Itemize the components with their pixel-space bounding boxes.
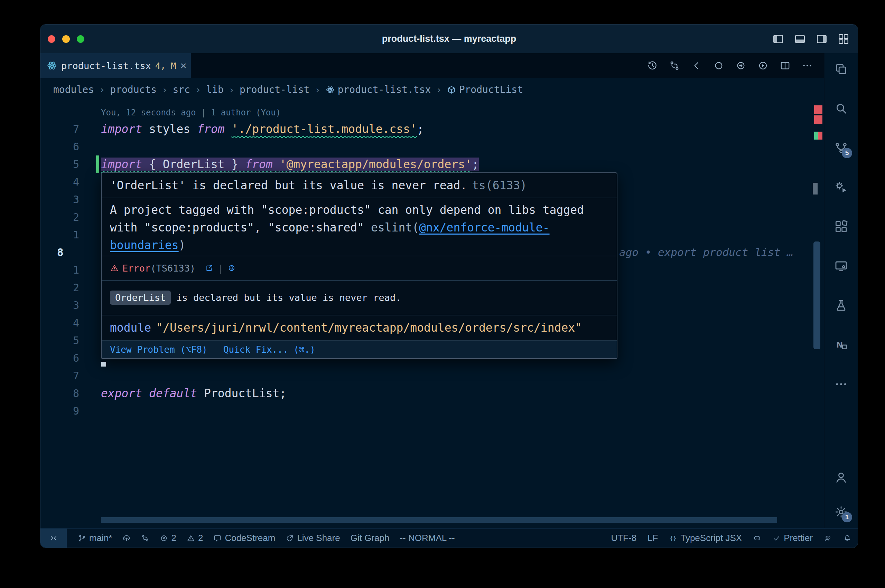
- status-codestream[interactable]: CodeStream: [213, 533, 275, 543]
- bell-icon: [843, 534, 852, 542]
- breadcrumb-item-product-list[interactable]: product-list: [240, 84, 310, 95]
- quick-fix-action[interactable]: Quick Fix... (⌘.): [223, 345, 315, 355]
- code-line[interactable]: 5import { OrderList } from '@myreactapp/…: [41, 156, 808, 173]
- more-actions-icon[interactable]: [802, 60, 813, 71]
- activity-source-control[interactable]: 5: [834, 140, 849, 156]
- status-right: UTF-8LF{}TypeScript JSXPrettier: [611, 529, 858, 548]
- tab-label: product-list.tsx: [61, 60, 151, 71]
- hover-actions-row: View Problem (⌥F8) Quick Fix... (⌘.): [102, 340, 617, 358]
- status-copilot[interactable]: [753, 534, 761, 542]
- status-remote-indicator[interactable]: [41, 529, 67, 548]
- breadcrumb-item-src[interactable]: src: [173, 84, 190, 95]
- activity-settings[interactable]: 1: [834, 504, 849, 520]
- status-notifications[interactable]: [843, 534, 852, 542]
- status-errors[interactable]: 2: [160, 533, 176, 543]
- symbol-cube-icon: [447, 86, 456, 94]
- circle-icon[interactable]: [713, 60, 724, 71]
- status-warnings[interactable]: 2: [187, 533, 203, 543]
- overview-error-mark: [814, 116, 822, 124]
- status-feedback[interactable]: [824, 534, 832, 542]
- tab-close-icon[interactable]: ×: [180, 60, 187, 71]
- external-link-icon[interactable]: [205, 264, 213, 272]
- activity-extensions[interactable]: [834, 219, 849, 234]
- code-line[interactable]: 9: [41, 402, 808, 420]
- breadcrumb-item-products[interactable]: products: [110, 84, 156, 95]
- code-line[interactable]: 7: [41, 367, 808, 384]
- layout-panel-left-icon[interactable]: [772, 33, 784, 45]
- line-number: 3: [41, 191, 82, 208]
- activity-search[interactable]: [834, 101, 849, 116]
- status-label: Prettier: [784, 533, 813, 543]
- activity-nx-console[interactable]: N: [834, 337, 849, 352]
- status-eol[interactable]: LF: [648, 533, 658, 543]
- status-left: main*22CodeStreamLive ShareGit Graph-- N…: [41, 529, 455, 548]
- module-path: "/Users/juri/nrwl/content/myreactapp/mod…: [156, 321, 582, 334]
- status-label: Git Graph: [350, 533, 390, 543]
- activity-more-views[interactable]: [834, 376, 849, 392]
- git-branch-icon: [78, 534, 86, 542]
- line-number: 5: [41, 156, 82, 173]
- code-line[interactable]: 8export default ProductList;: [41, 384, 808, 402]
- forward-circle-icon[interactable]: [735, 60, 746, 71]
- chip-message: is declared but its value is never read.: [176, 292, 401, 303]
- window-title: product-list.tsx — myreactapp: [41, 24, 858, 53]
- eslint-source-suffix: ): [179, 238, 186, 252]
- window-layout-controls: [772, 24, 849, 53]
- svg-text:{}: {}: [670, 535, 676, 542]
- line-number: 7: [41, 367, 82, 384]
- hover-chip-row: OrderList is declared but its value is n…: [102, 280, 617, 315]
- react-icon: [47, 60, 57, 71]
- status-compare[interactable]: [141, 534, 149, 542]
- breadcrumb-item-lib[interactable]: lib: [206, 84, 224, 95]
- breadcrumb-item-product-list.tsx[interactable]: product-list.tsx: [326, 84, 431, 95]
- code-line[interactable]: 7import styles from './product-list.modu…: [41, 120, 808, 138]
- line-number: 4: [41, 173, 82, 191]
- view-problem-action[interactable]: View Problem (⌥F8): [110, 345, 207, 355]
- activity-testing[interactable]: [834, 298, 849, 313]
- git-compare-icon[interactable]: [669, 60, 680, 71]
- breadcrumb-item-ProductList[interactable]: ProductList: [447, 84, 523, 95]
- overview-error-mark: [818, 132, 822, 140]
- warning-icon: [187, 534, 195, 542]
- status-live-share[interactable]: Live Share: [285, 533, 340, 543]
- diagnostic-source: ts(6133): [472, 178, 527, 192]
- editor-actions: [647, 53, 825, 78]
- status-branch[interactable]: main*: [78, 533, 112, 543]
- status-language[interactable]: {}TypeScript JSX: [669, 533, 742, 543]
- activity-remote-explorer[interactable]: [834, 258, 849, 274]
- activity-accounts[interactable]: [834, 470, 849, 485]
- globe-icon[interactable]: [227, 264, 236, 272]
- overview-info-mark: [813, 183, 817, 195]
- run-icon[interactable]: [757, 60, 768, 71]
- code-line[interactable]: You, 12 seconds ago | 1 author (You): [41, 103, 808, 120]
- vertical-scrollbar[interactable]: [813, 242, 820, 349]
- back-icon[interactable]: [691, 60, 702, 71]
- person-feedback-icon: [824, 534, 832, 542]
- title-bar: product-list.tsx — myreactapp: [41, 24, 858, 53]
- status-vim-mode[interactable]: -- NORMAL --: [400, 533, 455, 543]
- activity-explorer[interactable]: [834, 62, 849, 77]
- layout-panel-bottom-icon[interactable]: [794, 33, 806, 45]
- breadcrumb-item-modules[interactable]: modules: [53, 84, 94, 95]
- svg-text:N: N: [836, 340, 843, 350]
- line-number: 5: [41, 332, 82, 349]
- tab-product-list[interactable]: product-list.tsx 4, M ×: [41, 53, 191, 78]
- code-line[interactable]: 6: [41, 138, 808, 156]
- activity-debug[interactable]: [834, 180, 849, 195]
- status-label: Live Share: [297, 533, 340, 543]
- breadcrumb-separator: ›: [195, 84, 201, 95]
- status-git-graph[interactable]: Git Graph: [350, 533, 390, 543]
- breadcrumb: modules›products›src›lib›product-list›pr…: [41, 78, 825, 101]
- hover-resize-handle[interactable]: [101, 362, 106, 366]
- split-editor-icon[interactable]: [780, 60, 790, 71]
- diagnostic-message: 'OrderList' is declared but its value is…: [110, 178, 467, 192]
- status-prettier[interactable]: Prettier: [772, 533, 813, 543]
- timeline-history-icon[interactable]: [647, 60, 658, 71]
- line-number: 7: [41, 120, 82, 138]
- status-encoding[interactable]: UTF-8: [611, 533, 636, 543]
- horizontal-scrollbar[interactable]: [101, 517, 777, 523]
- line-number: 6: [41, 349, 82, 367]
- status-publish[interactable]: [122, 534, 131, 542]
- layout-grid-icon[interactable]: [838, 33, 849, 45]
- layout-panel-right-icon[interactable]: [816, 33, 828, 45]
